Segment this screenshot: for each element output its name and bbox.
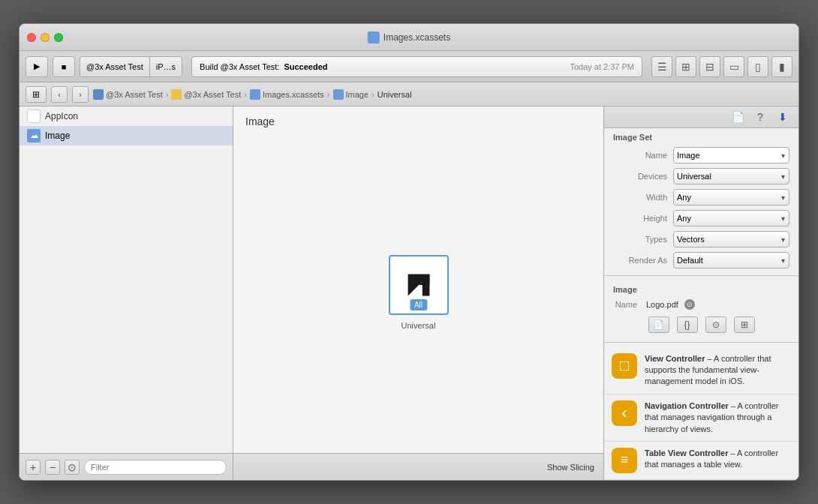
- name-label: Name: [613, 151, 673, 160]
- main-window: Images.xcassets ▶ ■ @3x Asset Test iP…s …: [19, 23, 799, 481]
- icon-page-button[interactable]: 📄: [648, 316, 669, 333]
- appicon-icon: [27, 110, 41, 123]
- image-icon: [27, 129, 41, 142]
- navigator-toggle-button[interactable]: ▭: [723, 56, 744, 77]
- scheme-selector[interactable]: @3x Asset Test iP…s: [80, 56, 182, 77]
- render-as-select[interactable]: Default Original Image Template Image: [673, 252, 789, 268]
- navigation-controller-text: Navigation Controller – A controller tha…: [645, 400, 791, 435]
- library-item-navigation-controller[interactable]: ‹ Navigation Controller – A controller t…: [604, 394, 798, 442]
- name-input[interactable]: [673, 147, 789, 164]
- breadcrumb-label-2: @3x Asset Test: [184, 90, 241, 99]
- name-select-wrapper: [673, 147, 789, 164]
- image-section-title: Image: [233, 106, 603, 132]
- breadcrumb-label-5: Universal: [377, 90, 412, 99]
- breadcrumb-item-5[interactable]: Universal: [377, 90, 412, 99]
- add-button[interactable]: +: [26, 460, 41, 475]
- render-as-row: Render As Default Original Image Templat…: [604, 250, 798, 271]
- sidebar-item-label-appicon: AppIcon: [45, 111, 78, 122]
- inspector-toggle-button[interactable]: ▮: [771, 56, 792, 77]
- height-row: Height Any 1x 2x 3x: [604, 208, 798, 229]
- image-slot-box[interactable]: All: [389, 255, 449, 315]
- library-item-view-controller[interactable]: □ View Controller – A controller that su…: [604, 347, 798, 394]
- name-row: Name: [604, 145, 798, 166]
- icon-table-button[interactable]: ⊞: [734, 316, 755, 333]
- devices-select[interactable]: Universal iPhone iPad Apple Watch Apple …: [673, 168, 789, 184]
- devices-row: Devices Universal iPhone iPad Apple Watc…: [604, 166, 798, 187]
- editor-version-button[interactable]: ⊟: [699, 56, 720, 77]
- table-view-controller-text: Table View Controller – A controller tha…: [645, 448, 791, 471]
- debug-toggle-button[interactable]: ▯: [747, 56, 768, 77]
- filter-input[interactable]: [84, 460, 227, 475]
- breadcrumb-item-1[interactable]: @3x Asset Test: [93, 89, 163, 100]
- scheme-name[interactable]: @3x Asset Test: [80, 57, 150, 76]
- toolbar: ▶ ■ @3x Asset Test iP…s Build @3x Asset …: [20, 51, 798, 82]
- new-file-button[interactable]: 📄: [729, 109, 746, 125]
- image-canvas: All Universal: [233, 132, 603, 453]
- width-select[interactable]: Any 1x 2x 3x: [673, 189, 789, 206]
- destination-name[interactable]: iP…s: [150, 57, 182, 76]
- breadcrumb-sep-2: ›: [244, 90, 247, 99]
- maximize-button[interactable]: [54, 33, 63, 42]
- build-status-bar: Build @3x Asset Test: Succeeded Today at…: [191, 56, 642, 77]
- height-select[interactable]: Any 1x 2x 3x: [673, 210, 789, 226]
- stop-button[interactable]: ■: [53, 56, 75, 77]
- sidebar-bottom-bar: + − ⊙: [20, 453, 233, 480]
- share-button[interactable]: ⊙: [65, 460, 80, 475]
- sidebar-item-image[interactable]: Image: [20, 126, 233, 146]
- arrow-down-right-icon: [401, 267, 437, 303]
- devices-label: Devices: [613, 172, 673, 181]
- forward-button[interactable]: ›: [72, 86, 89, 103]
- breadcrumb-label-1: @3x Asset Test: [106, 90, 163, 99]
- sidebar: AppIcon Image + − ⊙: [20, 106, 233, 480]
- breadcrumb-label-3: Images.xcassets: [263, 90, 324, 99]
- remove-button[interactable]: −: [45, 460, 60, 475]
- height-select-wrapper[interactable]: Any 1x 2x 3x: [673, 210, 789, 226]
- sidebar-item-appicon[interactable]: AppIcon: [20, 106, 233, 126]
- navigation-bar: ⊞ ‹ › @3x Asset Test › @3x Asset Test › …: [20, 82, 798, 106]
- icon-code-button[interactable]: {}: [677, 316, 698, 333]
- build-label: Build @3x Asset Test:: [200, 62, 279, 71]
- panel-divider-1: [604, 275, 798, 276]
- image-name-row: Name Logo.pdf ⊙: [604, 297, 798, 312]
- image-caption: Universal: [401, 321, 436, 330]
- minimize-button[interactable]: [41, 33, 50, 42]
- titlebar: Images.xcassets: [20, 24, 798, 51]
- sidebar-item-label-image: Image: [45, 130, 70, 141]
- image-info-badge[interactable]: ⊙: [684, 299, 695, 310]
- right-panel: 📄 ? ⬇ Image Set Name Devices Universal i…: [603, 106, 798, 480]
- main-content: AppIcon Image + − ⊙ Imag: [20, 106, 798, 480]
- breadcrumb-item-3[interactable]: Images.xcassets: [250, 89, 324, 100]
- render-as-select-wrapper[interactable]: Default Original Image Template Image: [673, 252, 789, 268]
- icon-record-button[interactable]: ⊙: [705, 316, 726, 333]
- types-row: Types Vectors Raster Images: [604, 229, 798, 250]
- table-view-controller-icon: ≡: [612, 448, 637, 473]
- types-select[interactable]: Vectors Raster Images: [673, 231, 789, 248]
- show-slicing-button[interactable]: Show Slicing: [547, 463, 594, 472]
- width-select-wrapper[interactable]: Any 1x 2x 3x: [673, 189, 789, 206]
- close-button[interactable]: [27, 33, 36, 42]
- build-result: Succeeded: [284, 62, 327, 71]
- traffic-lights: [27, 33, 63, 42]
- breadcrumb-item-2[interactable]: @3x Asset Test: [171, 89, 241, 100]
- breadcrumb-icon-3: [250, 89, 260, 100]
- grid-view-button[interactable]: ⊞: [26, 86, 47, 103]
- breadcrumb-sep-1: ›: [166, 90, 169, 99]
- right-panel-toolbar: 📄 ? ⬇: [604, 106, 798, 128]
- editor-assistant-button[interactable]: ⊞: [675, 56, 696, 77]
- view-controller-icon: □: [612, 353, 637, 379]
- breadcrumb-label-4: Image: [346, 90, 369, 99]
- width-label: Width: [613, 193, 673, 202]
- render-as-label: Render As: [613, 256, 673, 265]
- play-button[interactable]: ▶: [26, 56, 48, 77]
- breadcrumb-sep-4: ›: [371, 90, 374, 99]
- image-set-section-title: Image Set: [604, 128, 798, 145]
- help-button[interactable]: ?: [752, 109, 768, 125]
- library-item-table-view-controller[interactable]: ≡ Table View Controller – A controller t…: [604, 442, 798, 480]
- back-button[interactable]: ‹: [51, 86, 68, 103]
- types-select-wrapper[interactable]: Vectors Raster Images: [673, 231, 789, 248]
- breadcrumb-item-4[interactable]: Image: [333, 89, 369, 100]
- devices-select-wrapper[interactable]: Universal iPhone iPad Apple Watch Apple …: [673, 168, 789, 184]
- build-time: Today at 2:37 PM: [570, 62, 634, 71]
- download-button[interactable]: ⬇: [774, 109, 791, 125]
- editor-standard-button[interactable]: ☰: [651, 56, 672, 77]
